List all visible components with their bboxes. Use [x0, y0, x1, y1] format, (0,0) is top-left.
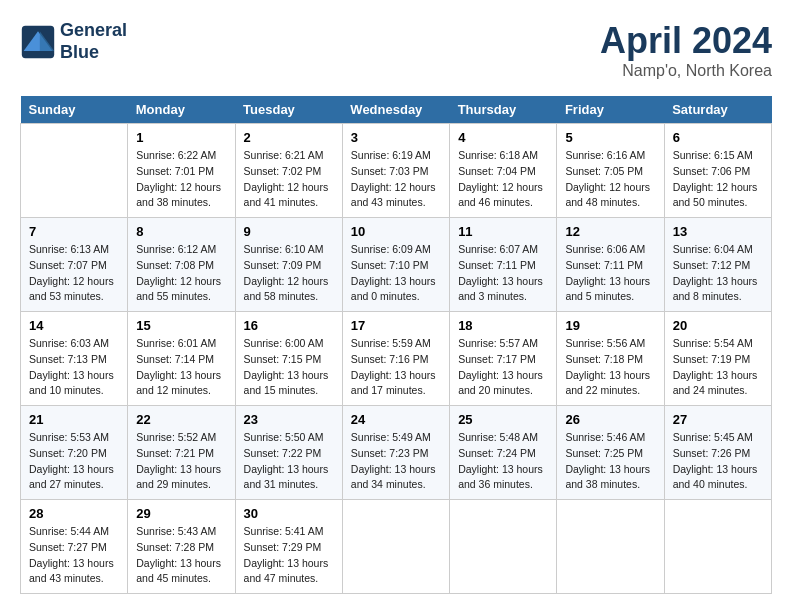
- main-title: April 2024: [600, 20, 772, 62]
- sunset-label: Sunset: 7:29 PM: [244, 541, 322, 553]
- calendar-cell: 21Sunrise: 5:53 AMSunset: 7:20 PMDayligh…: [21, 406, 128, 500]
- sunrise-label: Sunrise: 6:01 AM: [136, 337, 216, 349]
- sunrise-label: Sunrise: 5:57 AM: [458, 337, 538, 349]
- calendar-cell: 15Sunrise: 6:01 AMSunset: 7:14 PMDayligh…: [128, 312, 235, 406]
- weekday-saturday: Saturday: [664, 96, 771, 124]
- calendar-week-4: 21Sunrise: 5:53 AMSunset: 7:20 PMDayligh…: [21, 406, 772, 500]
- day-info: Sunrise: 5:49 AMSunset: 7:23 PMDaylight:…: [351, 430, 441, 493]
- sunrise-label: Sunrise: 6:09 AM: [351, 243, 431, 255]
- sunrise-label: Sunrise: 6:19 AM: [351, 149, 431, 161]
- sunrise-label: Sunrise: 6:06 AM: [565, 243, 645, 255]
- daylight-label: Daylight: 13 hours and 40 minutes.: [673, 463, 758, 491]
- day-number: 6: [673, 130, 763, 145]
- day-number: 1: [136, 130, 226, 145]
- day-number: 27: [673, 412, 763, 427]
- day-number: 23: [244, 412, 334, 427]
- weekday-friday: Friday: [557, 96, 664, 124]
- sunset-label: Sunset: 7:02 PM: [244, 165, 322, 177]
- title-block: April 2024 Namp'o, North Korea: [600, 20, 772, 80]
- calendar-cell: 18Sunrise: 5:57 AMSunset: 7:17 PMDayligh…: [450, 312, 557, 406]
- daylight-label: Daylight: 13 hours and 34 minutes.: [351, 463, 436, 491]
- calendar-cell: 29Sunrise: 5:43 AMSunset: 7:28 PMDayligh…: [128, 500, 235, 594]
- day-number: 16: [244, 318, 334, 333]
- calendar-cell: 17Sunrise: 5:59 AMSunset: 7:16 PMDayligh…: [342, 312, 449, 406]
- day-info: Sunrise: 5:53 AMSunset: 7:20 PMDaylight:…: [29, 430, 119, 493]
- sunrise-label: Sunrise: 5:52 AM: [136, 431, 216, 443]
- day-info: Sunrise: 5:46 AMSunset: 7:25 PMDaylight:…: [565, 430, 655, 493]
- weekday-wednesday: Wednesday: [342, 96, 449, 124]
- calendar-cell: 3Sunrise: 6:19 AMSunset: 7:03 PMDaylight…: [342, 124, 449, 218]
- day-number: 10: [351, 224, 441, 239]
- day-info: Sunrise: 6:15 AMSunset: 7:06 PMDaylight:…: [673, 148, 763, 211]
- sunset-label: Sunset: 7:16 PM: [351, 353, 429, 365]
- day-info: Sunrise: 5:52 AMSunset: 7:21 PMDaylight:…: [136, 430, 226, 493]
- calendar-cell: 4Sunrise: 6:18 AMSunset: 7:04 PMDaylight…: [450, 124, 557, 218]
- day-info: Sunrise: 5:50 AMSunset: 7:22 PMDaylight:…: [244, 430, 334, 493]
- day-number: 29: [136, 506, 226, 521]
- day-number: 12: [565, 224, 655, 239]
- day-info: Sunrise: 6:19 AMSunset: 7:03 PMDaylight:…: [351, 148, 441, 211]
- day-number: 20: [673, 318, 763, 333]
- sunset-label: Sunset: 7:03 PM: [351, 165, 429, 177]
- sunrise-label: Sunrise: 6:00 AM: [244, 337, 324, 349]
- sunrise-label: Sunrise: 5:44 AM: [29, 525, 109, 537]
- daylight-label: Daylight: 13 hours and 8 minutes.: [673, 275, 758, 303]
- daylight-label: Daylight: 12 hours and 48 minutes.: [565, 181, 650, 209]
- calendar-cell: 9Sunrise: 6:10 AMSunset: 7:09 PMDaylight…: [235, 218, 342, 312]
- sunrise-label: Sunrise: 5:43 AM: [136, 525, 216, 537]
- daylight-label: Daylight: 13 hours and 22 minutes.: [565, 369, 650, 397]
- sunset-label: Sunset: 7:14 PM: [136, 353, 214, 365]
- daylight-label: Daylight: 13 hours and 27 minutes.: [29, 463, 114, 491]
- sunrise-label: Sunrise: 6:22 AM: [136, 149, 216, 161]
- calendar-cell: 2Sunrise: 6:21 AMSunset: 7:02 PMDaylight…: [235, 124, 342, 218]
- day-info: Sunrise: 6:04 AMSunset: 7:12 PMDaylight:…: [673, 242, 763, 305]
- daylight-label: Daylight: 12 hours and 43 minutes.: [351, 181, 436, 209]
- calendar-cell: 27Sunrise: 5:45 AMSunset: 7:26 PMDayligh…: [664, 406, 771, 500]
- sunset-label: Sunset: 7:06 PM: [673, 165, 751, 177]
- sunrise-label: Sunrise: 5:45 AM: [673, 431, 753, 443]
- sunset-label: Sunset: 7:25 PM: [565, 447, 643, 459]
- daylight-label: Daylight: 13 hours and 17 minutes.: [351, 369, 436, 397]
- sunrise-label: Sunrise: 6:03 AM: [29, 337, 109, 349]
- sunrise-label: Sunrise: 6:15 AM: [673, 149, 753, 161]
- sunrise-label: Sunrise: 5:50 AM: [244, 431, 324, 443]
- day-number: 18: [458, 318, 548, 333]
- sunset-label: Sunset: 7:09 PM: [244, 259, 322, 271]
- calendar-cell: 24Sunrise: 5:49 AMSunset: 7:23 PMDayligh…: [342, 406, 449, 500]
- sunrise-label: Sunrise: 6:18 AM: [458, 149, 538, 161]
- page-header: General Blue April 2024 Namp'o, North Ko…: [20, 20, 772, 80]
- sunrise-label: Sunrise: 5:46 AM: [565, 431, 645, 443]
- sunset-label: Sunset: 7:23 PM: [351, 447, 429, 459]
- day-info: Sunrise: 6:01 AMSunset: 7:14 PMDaylight:…: [136, 336, 226, 399]
- day-number: 21: [29, 412, 119, 427]
- day-info: Sunrise: 5:45 AMSunset: 7:26 PMDaylight:…: [673, 430, 763, 493]
- sunset-label: Sunset: 7:11 PM: [565, 259, 643, 271]
- daylight-label: Daylight: 13 hours and 43 minutes.: [29, 557, 114, 585]
- day-info: Sunrise: 5:41 AMSunset: 7:29 PMDaylight:…: [244, 524, 334, 587]
- day-info: Sunrise: 6:21 AMSunset: 7:02 PMDaylight:…: [244, 148, 334, 211]
- calendar-cell: 14Sunrise: 6:03 AMSunset: 7:13 PMDayligh…: [21, 312, 128, 406]
- weekday-monday: Monday: [128, 96, 235, 124]
- sunrise-label: Sunrise: 6:13 AM: [29, 243, 109, 255]
- weekday-thursday: Thursday: [450, 96, 557, 124]
- day-number: 9: [244, 224, 334, 239]
- day-info: Sunrise: 6:16 AMSunset: 7:05 PMDaylight:…: [565, 148, 655, 211]
- sunset-label: Sunset: 7:18 PM: [565, 353, 643, 365]
- daylight-label: Daylight: 13 hours and 36 minutes.: [458, 463, 543, 491]
- sunrise-label: Sunrise: 5:59 AM: [351, 337, 431, 349]
- calendar-cell: [664, 500, 771, 594]
- calendar-cell: 7Sunrise: 6:13 AMSunset: 7:07 PMDaylight…: [21, 218, 128, 312]
- day-number: 30: [244, 506, 334, 521]
- sunrise-label: Sunrise: 6:04 AM: [673, 243, 753, 255]
- day-info: Sunrise: 6:12 AMSunset: 7:08 PMDaylight:…: [136, 242, 226, 305]
- sunset-label: Sunset: 7:13 PM: [29, 353, 107, 365]
- sunset-label: Sunset: 7:12 PM: [673, 259, 751, 271]
- day-info: Sunrise: 6:00 AMSunset: 7:15 PMDaylight:…: [244, 336, 334, 399]
- calendar-cell: 30Sunrise: 5:41 AMSunset: 7:29 PMDayligh…: [235, 500, 342, 594]
- calendar-cell: 6Sunrise: 6:15 AMSunset: 7:06 PMDaylight…: [664, 124, 771, 218]
- logo-line2: Blue: [60, 42, 99, 62]
- sunset-label: Sunset: 7:05 PM: [565, 165, 643, 177]
- day-info: Sunrise: 5:48 AMSunset: 7:24 PMDaylight:…: [458, 430, 548, 493]
- day-info: Sunrise: 6:03 AMSunset: 7:13 PMDaylight:…: [29, 336, 119, 399]
- sunset-label: Sunset: 7:22 PM: [244, 447, 322, 459]
